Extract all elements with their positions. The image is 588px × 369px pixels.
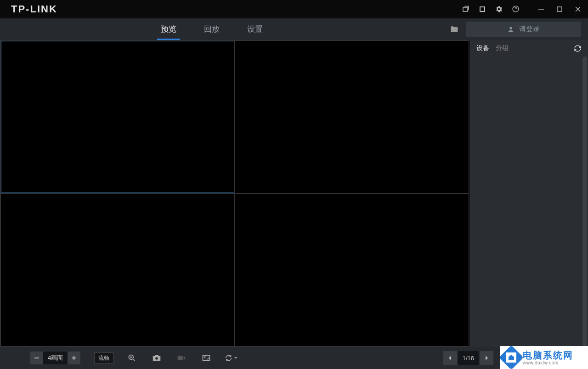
cycle-icon[interactable] — [225, 352, 237, 364]
record-icon[interactable] — [175, 352, 188, 364]
sidebar-body — [470, 57, 588, 347]
sidebar-tab-groups[interactable]: 分组 — [496, 44, 509, 52]
page-prev-button[interactable] — [443, 351, 457, 365]
sidebar-scrollbar[interactable] — [582, 57, 587, 347]
title-bar: TP-LINK — [0, 0, 588, 18]
page-next-button[interactable] — [480, 351, 493, 365]
tab-preview[interactable]: 预览 — [161, 18, 176, 40]
fullscreen-icon[interactable] — [200, 352, 213, 364]
brand-logo: TP-LINK — [11, 3, 57, 15]
tab-label: 设置 — [247, 24, 263, 34]
close-icon[interactable] — [573, 5, 582, 14]
watermark-cn: 电脑系统网 — [523, 350, 573, 360]
nav-right-group: 请登录 — [449, 18, 588, 40]
sidebar-tabs: 设备 分组 — [470, 40, 588, 57]
main-area: 设备 分组 — [0, 40, 588, 347]
svg-rect-2 — [481, 7, 484, 11]
pager: 1/16 — [443, 351, 493, 365]
help-icon[interactable] — [511, 5, 520, 14]
watermark-badge-icon — [499, 345, 524, 369]
page-label: 1/16 — [458, 351, 479, 365]
svg-rect-17 — [178, 356, 183, 360]
stream-quality-button[interactable]: 流畅 — [94, 352, 113, 363]
refresh-icon[interactable] — [574, 45, 582, 52]
video-cell-4[interactable] — [235, 194, 469, 346]
snapshot-icon[interactable] — [150, 352, 163, 364]
split-decrease-button[interactable] — [30, 352, 43, 364]
minimize-icon[interactable] — [537, 5, 546, 14]
maximize-icon[interactable] — [555, 5, 564, 14]
nav-bar: 预览 回放 设置 请登录 — [0, 18, 588, 40]
svg-point-16 — [155, 357, 158, 360]
nav-spacer — [0, 18, 161, 40]
window-controls — [537, 5, 582, 14]
split-increase-button[interactable] — [68, 352, 80, 364]
tab-playback[interactable]: 回放 — [204, 18, 220, 40]
nav-tabs: 预览 回放 设置 — [161, 18, 263, 40]
video-cell-1[interactable] — [1, 41, 234, 193]
svg-rect-0 — [463, 7, 468, 11]
split-label[interactable]: 4画面 — [43, 352, 68, 364]
folder-icon[interactable] — [449, 24, 459, 34]
titlebar-right-group — [461, 5, 582, 14]
settings-icon[interactable] — [494, 5, 503, 14]
video-grid — [0, 40, 469, 347]
login-label: 请登录 — [519, 25, 540, 34]
watermark-en: www.dnxtw.com — [523, 360, 573, 365]
video-cell-3[interactable] — [1, 194, 234, 346]
svg-point-8 — [509, 27, 512, 29]
zoom-icon[interactable] — [125, 352, 138, 364]
device-sidebar: 设备 分组 — [469, 40, 588, 347]
tab-label: 回放 — [204, 24, 220, 34]
tab-settings[interactable]: 设置 — [247, 18, 263, 40]
svg-line-13 — [133, 359, 135, 361]
sidebar-tab-devices[interactable]: 设备 — [476, 44, 489, 52]
login-button[interactable]: 请登录 — [466, 22, 581, 37]
watermark: 电脑系统网 www.dnxtw.com — [500, 346, 588, 369]
video-cell-2[interactable] — [235, 41, 469, 193]
chevron-down-icon — [234, 356, 238, 360]
svg-rect-5 — [557, 7, 562, 11]
svg-rect-18 — [203, 355, 210, 361]
watermark-text: 电脑系统网 www.dnxtw.com — [523, 350, 573, 365]
device-manager-icon[interactable] — [478, 5, 487, 14]
split-group: 4画面 — [30, 352, 80, 364]
tab-label: 预览 — [161, 24, 176, 34]
user-icon — [507, 26, 514, 33]
screenshot-manager-icon[interactable] — [461, 5, 470, 14]
